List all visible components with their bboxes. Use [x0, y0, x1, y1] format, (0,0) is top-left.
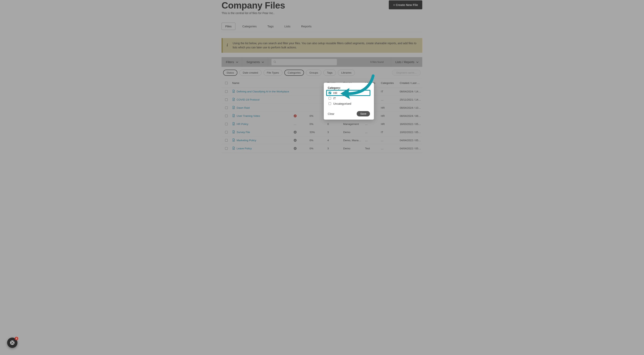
chevron-down-icon — [262, 61, 264, 63]
status-cell — [292, 131, 308, 134]
dates-cell: 08/04/2024 / 14/05/2024 — [398, 90, 422, 93]
lists-reports-dropdown[interactable]: Lists / Reports — [391, 57, 422, 67]
category-option-uncategorised[interactable]: Uncategorised — [328, 101, 370, 106]
svg-line-1 — [276, 62, 276, 63]
file-link[interactable]: Survey File — [236, 131, 250, 134]
row-checkbox[interactable] — [225, 115, 228, 117]
categories-cell: HR — [380, 106, 398, 109]
groups-cell: Demo — [342, 131, 364, 134]
category-option-it[interactable]: IT — [328, 96, 370, 101]
table-row: Dawn Raid2Management…HR08/04/2024 / 10/0… — [222, 104, 422, 112]
file-link[interactable]: HR Policy — [236, 123, 248, 126]
table-row: User Training Video0%2Management…HR08/04… — [222, 112, 422, 120]
file-link[interactable]: User Training Video — [236, 114, 260, 117]
dates-cell: 10/02/2022 / 05/04/2024 — [398, 131, 422, 134]
category-option-hr[interactable]: HR — [326, 90, 370, 96]
chevron-down-icon — [416, 61, 418, 63]
category-checkbox[interactable] — [328, 97, 331, 100]
tab-lists[interactable]: Lists — [280, 23, 294, 30]
file-name-cell: HR Policy — [231, 122, 292, 126]
chevron-down-icon — [236, 61, 238, 63]
groups-cell: Demo — [342, 147, 364, 150]
percent-cell: 33% — [308, 131, 326, 134]
row-checkbox[interactable] — [225, 98, 228, 101]
save-filter-button[interactable]: Save — [357, 111, 370, 116]
status-ok-icon — [294, 139, 297, 142]
status-ok-icon — [294, 147, 297, 150]
filter-chip-libraries[interactable]: Libraries — [338, 70, 355, 76]
percent-cell: 0% — [308, 123, 326, 126]
clear-filter-link[interactable]: Clear — [328, 112, 334, 115]
filter-chip-status[interactable]: Status — [223, 70, 238, 76]
file-icon — [232, 130, 235, 134]
file-link[interactable]: Defining and Classifying AI in the Workp… — [236, 90, 289, 93]
file-icon — [232, 147, 235, 150]
info-icon: i — [227, 42, 228, 48]
search-icon — [274, 61, 276, 64]
file-link[interactable]: Dawn Raid — [236, 106, 250, 109]
tab-categories[interactable]: Categories — [238, 23, 260, 30]
categories-cell: HR — [380, 114, 398, 117]
people-cell: 3 — [326, 131, 342, 134]
file-link[interactable]: Marketing Policy — [236, 139, 256, 142]
category-filter-popover: Category: HRITUncategorised Clear Save — [324, 83, 374, 120]
category-checkbox[interactable] — [328, 92, 331, 94]
lists-reports-label: Lists / Reports — [395, 60, 414, 64]
tab-files[interactable]: Files — [222, 23, 236, 30]
filter-chip-date-created[interactable]: Date created — [239, 70, 261, 76]
dates-cell: 16/03/2022 / 05/04/2024 — [398, 123, 422, 126]
select-all-checkbox[interactable] — [225, 82, 228, 84]
files-found-text: 9 files found — [370, 61, 387, 64]
dates-cell: 04/04/2022 / 05/04/2024 — [398, 147, 422, 150]
search-input[interactable] — [278, 60, 335, 64]
row-checkbox[interactable] — [225, 90, 228, 93]
row-checkbox[interactable] — [225, 147, 228, 150]
file-link[interactable]: COVID-19 Protocol — [236, 98, 260, 101]
status-error-icon — [294, 114, 297, 117]
search-box[interactable] — [272, 59, 337, 65]
row-checkbox[interactable] — [225, 139, 228, 142]
filter-chip-file-types[interactable]: File Types — [264, 70, 282, 76]
categories-cell: … — [380, 98, 398, 101]
libraries-cell: … — [364, 131, 380, 134]
categories-cell: HR — [380, 123, 398, 126]
table-header-row: NamePeopleGroupsLibrariesCategoriesCreat… — [222, 79, 422, 88]
libraries-cell: Test — [364, 147, 380, 150]
category-option-label: IT — [333, 97, 336, 100]
files-table: NamePeopleGroupsLibrariesCategoriesCreat… — [222, 79, 422, 153]
popover-title: Category: — [328, 86, 370, 90]
file-name-cell: COVID-19 Protocol — [231, 98, 292, 102]
row-checkbox[interactable] — [225, 123, 228, 125]
file-name-cell: User Training Video — [231, 114, 292, 118]
filter-chip-row: StatusDate createdFile TypesCategoriesGr… — [222, 67, 422, 79]
select-all-checkbox-cell[interactable] — [222, 82, 231, 84]
segment-name-pill[interactable]: Segment name... — [392, 70, 421, 76]
file-link[interactable]: Leave Policy — [236, 147, 252, 150]
filter-chip-groups[interactable]: Groups — [306, 70, 322, 76]
file-icon — [232, 138, 235, 142]
groups-cell: Management — [342, 123, 364, 126]
file-name-cell: Marketing Policy — [231, 138, 292, 142]
tab-reports[interactable]: Reports — [298, 23, 316, 30]
category-checkbox[interactable] — [328, 102, 331, 105]
table-row: Leave Policy0%3DemoTest…04/04/2022 / 05/… — [222, 144, 422, 153]
status-cell: … — [292, 123, 308, 126]
file-name-cell: Leave Policy — [231, 147, 292, 150]
tab-tags[interactable]: Tags — [264, 23, 278, 30]
filter-chip-categories[interactable]: Categories — [284, 70, 304, 76]
table-row: Marketing Policy0%4Demo, Manage...……04/0… — [222, 136, 422, 144]
row-checkbox[interactable] — [225, 131, 228, 134]
table-row: COVID-19 Protocol0…123…25/11/2021 / 14/0… — [222, 96, 422, 104]
file-icon — [232, 122, 235, 126]
categories-cell: IT — [380, 90, 398, 93]
status-ellipsis: … — [294, 123, 296, 126]
filters-dropdown[interactable]: Filters — [222, 57, 242, 67]
percent-cell: 0% — [308, 139, 326, 142]
people-cell: 0 — [326, 123, 342, 126]
filter-chip-tags[interactable]: Tags — [324, 70, 336, 76]
segments-dropdown[interactable]: Segments — [242, 57, 268, 67]
create-new-file-button[interactable]: + Create New File — [389, 1, 422, 9]
segments-label: Segments — [246, 60, 260, 64]
row-checkbox[interactable] — [225, 107, 228, 109]
file-icon — [232, 114, 235, 118]
